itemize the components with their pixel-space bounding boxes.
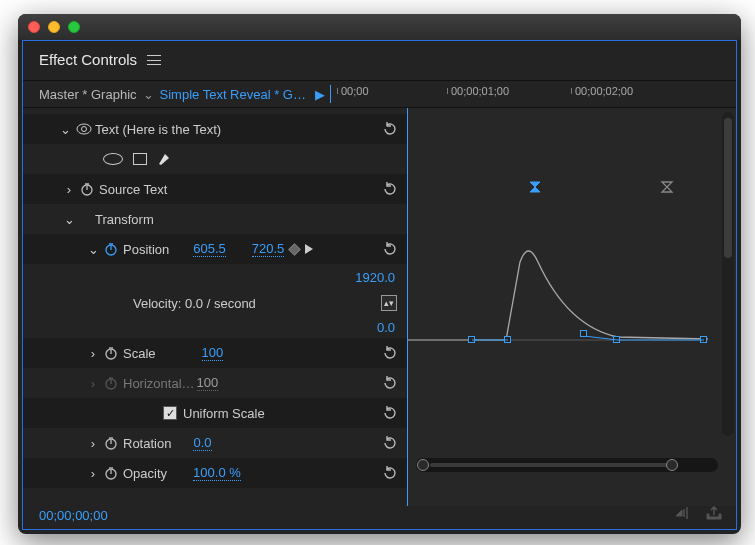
panel-frame: Effect Controls Master * Graphic ⌄ Simpl… <box>22 40 737 530</box>
master-clip-label[interactable]: Master * Graphic <box>39 87 137 102</box>
reset-icon[interactable] <box>381 180 399 198</box>
hscale-label: Horizontal… <box>123 376 195 391</box>
text-layer-header[interactable]: ⌄ Text (Here is the Text) <box>23 114 407 144</box>
rotation-value[interactable]: 0.0 <box>193 435 211 451</box>
zoom-range[interactable] <box>430 463 668 467</box>
graph-min-row: 0.0 <box>23 316 407 338</box>
stopwatch-icon[interactable] <box>103 346 119 360</box>
stopwatch-icon[interactable] <box>103 466 119 480</box>
twirl-open-icon[interactable]: ⌄ <box>87 242 99 257</box>
close-icon[interactable] <box>28 21 40 33</box>
rotation-row[interactable]: › Rotation 0.0 <box>23 428 407 458</box>
stopwatch-icon[interactable] <box>103 436 119 450</box>
eye-icon[interactable] <box>75 123 93 135</box>
velocity-curve <box>408 232 708 342</box>
chevron-down-icon[interactable]: ⌄ <box>143 87 154 102</box>
reset-icon[interactable] <box>381 464 399 482</box>
position-label: Position <box>123 242 169 257</box>
export-icon[interactable] <box>706 506 722 523</box>
opacity-value[interactable]: 100.0 % <box>193 465 241 481</box>
reset-icon[interactable] <box>381 344 399 362</box>
panel-title-bar: Effect Controls <box>23 41 736 80</box>
reset-icon[interactable] <box>381 120 399 138</box>
svg-line-10 <box>584 336 618 340</box>
time-ruler[interactable]: 00;00 00;00;01;00 00;00;02;00 <box>330 85 732 103</box>
hscale-value: 100 <box>197 375 219 391</box>
audio-icon[interactable] <box>676 506 694 523</box>
svg-point-1 <box>82 127 87 132</box>
panel-title: Effect Controls <box>39 51 137 68</box>
shape-tools-row <box>23 144 407 174</box>
position-row[interactable]: ⌄ Position 605.5 720.5 <box>23 234 407 264</box>
scroll-thumb[interactable] <box>724 118 732 258</box>
velocity-row: Velocity: 0.0 / second ▴▾ <box>23 290 407 316</box>
rotation-label: Rotation <box>123 436 171 451</box>
play-icon[interactable]: ▶ <box>312 87 328 102</box>
reset-icon[interactable] <box>381 434 399 452</box>
reset-icon[interactable] <box>381 404 399 422</box>
stopwatch-icon[interactable] <box>79 182 95 196</box>
stopwatch-icon[interactable] <box>103 376 119 390</box>
twirl-open-icon[interactable]: ⌄ <box>59 122 71 137</box>
twirl-closed-icon[interactable]: › <box>87 466 99 481</box>
source-text-row[interactable]: › Source Text <box>23 174 407 204</box>
zoom-handle-left[interactable] <box>417 459 429 471</box>
svg-point-0 <box>77 124 91 134</box>
stopwatch-icon[interactable] <box>103 242 119 256</box>
uniform-scale-row[interactable]: ✓ Uniform Scale <box>23 398 407 428</box>
graph-max-row: 1920.0 <box>23 264 407 290</box>
clip-sequence-bar: Master * Graphic ⌄ Simple Text Reveal * … <box>23 80 736 108</box>
minimize-icon[interactable] <box>48 21 60 33</box>
position-y-value[interactable]: 720.5 <box>252 241 285 257</box>
vertical-scrollbar[interactable] <box>722 112 734 436</box>
maximize-icon[interactable] <box>68 21 80 33</box>
transform-label: Transform <box>95 212 154 227</box>
opacity-label: Opacity <box>123 466 167 481</box>
text-layer-label: Text (Here is the Text) <box>95 122 221 137</box>
opacity-row[interactable]: › Opacity 100.0 % <box>23 458 407 488</box>
reset-icon[interactable] <box>381 374 399 392</box>
twirl-open-icon[interactable]: ⌄ <box>63 212 75 227</box>
position-x-value[interactable]: 605.5 <box>193 241 226 257</box>
scale-row[interactable]: › Scale 100 <box>23 338 407 368</box>
reset-icon[interactable] <box>381 240 399 258</box>
ruler-tick: 00;00;01;00 <box>451 85 509 97</box>
horizontal-scale-row[interactable]: › Horizontal… 100 <box>23 368 407 398</box>
current-time-display[interactable]: 00;00;00;00 <box>39 508 108 523</box>
twirl-closed-icon[interactable]: › <box>87 376 99 391</box>
keyframe-play-icon[interactable] <box>305 242 313 257</box>
uniform-scale-label: Uniform Scale <box>183 406 265 421</box>
rectangle-icon[interactable] <box>133 153 147 165</box>
twirl-closed-icon[interactable]: › <box>87 346 99 361</box>
handle-lines <box>468 336 708 346</box>
scale-value[interactable]: 100 <box>202 345 224 361</box>
ruler-tick: 00;00 <box>341 85 369 97</box>
keyframe-hourglass-icon[interactable] <box>660 180 674 194</box>
keyframe-hourglass-icon[interactable] <box>528 180 542 194</box>
scale-label: Scale <box>123 346 156 361</box>
keyframe-prev-icon[interactable] <box>288 243 301 256</box>
horizontal-zoom-scrollbar[interactable] <box>416 458 718 472</box>
panel-menu-icon[interactable] <box>147 55 161 65</box>
effect-controls-window: Effect Controls Master * Graphic ⌄ Simpl… <box>18 14 741 534</box>
twirl-closed-icon[interactable]: › <box>63 182 75 197</box>
checkbox-checked-icon[interactable]: ✓ <box>163 406 177 420</box>
velocity-label: Velocity: 0.0 / second <box>133 296 256 311</box>
source-text-label: Source Text <box>99 182 167 197</box>
window-titlebar[interactable] <box>18 14 741 40</box>
value-graph[interactable] <box>407 108 736 506</box>
graph-max-value: 1920.0 <box>355 270 395 285</box>
pen-icon[interactable] <box>157 152 171 166</box>
transform-row[interactable]: ⌄ Transform <box>23 204 407 234</box>
twirl-closed-icon[interactable]: › <box>87 436 99 451</box>
ruler-tick: 00;00;02;00 <box>575 85 633 97</box>
effect-tree: ⌄ Text (Here is the Text) <box>23 108 407 506</box>
zoom-handle-right[interactable] <box>666 459 678 471</box>
graph-min-value: 0.0 <box>377 320 395 335</box>
sequence-label[interactable]: Simple Text Reveal * G… <box>160 87 306 102</box>
velocity-toggle-icon[interactable]: ▴▾ <box>381 295 397 311</box>
ellipse-icon[interactable] <box>103 153 123 165</box>
